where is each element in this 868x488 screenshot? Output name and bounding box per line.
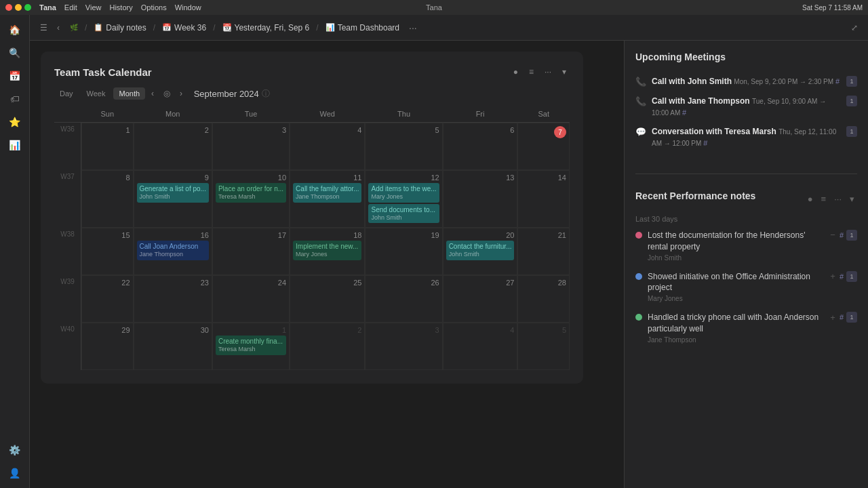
cal-cell-sep30[interactable]: 30 — [134, 323, 212, 370]
cal-cell-sep26[interactable]: 26 — [365, 275, 442, 323]
perf-hash-2[interactable]: # — [840, 272, 844, 281]
meeting-hash-3[interactable]: # — [703, 139, 707, 147]
sidebar-toggle-button[interactable]: ☰ — [37, 21, 51, 35]
cal-cell-sep27[interactable]: 27 — [443, 275, 518, 323]
cal-cell-sep8[interactable]: 8 — [81, 170, 134, 228]
event-contact-furniture[interactable]: Contact the furnitur... John Smith — [446, 241, 515, 260]
cal-cell-oct2[interactable]: 2 — [290, 323, 365, 370]
toolbar-more-button[interactable]: ··· — [409, 22, 417, 33]
cal-cell-sep19[interactable]: 19 — [365, 228, 442, 275]
perf-plus-btn-3[interactable]: + — [829, 312, 837, 323]
menu-options[interactable]: Options — [141, 3, 167, 12]
cal-cell-sep9[interactable]: 9 Generate a list of po... John Smith — [134, 170, 212, 228]
cal-cell-sep11[interactable]: 11 Call the family attor... Jane Thompso… — [290, 170, 365, 228]
perf-list-btn[interactable]: ≡ — [818, 192, 829, 205]
nav-back-button[interactable]: ‹ — [54, 21, 63, 35]
sidebar-search-icon[interactable]: 🔍 — [5, 43, 24, 62]
calendar-list-btn[interactable]: ≡ — [526, 65, 537, 79]
breadcrumb-team-dashboard[interactable]: 📊 Team Dashboard — [321, 22, 403, 34]
view-week-btn[interactable]: Week — [81, 87, 111, 100]
breadcrumb-team-dashboard-label: Team Dashboard — [338, 23, 399, 33]
perf-minus-btn-1[interactable]: − — [829, 230, 837, 240]
cal-cell-sep16[interactable]: 16 Call Joan Anderson Jane Thompson — [134, 228, 212, 275]
sidebar-chart-icon[interactable]: 📊 — [5, 136, 24, 155]
perf-dot-btn[interactable]: ● — [805, 192, 816, 205]
event-send-docs[interactable]: Send documents to... John Smith — [368, 204, 439, 224]
perf-hash-3[interactable]: # — [840, 313, 844, 321]
cal-cell-oct1[interactable]: 1 Create monthly fina... Teresa Marsh — [212, 323, 290, 370]
meeting-title-1: Call with John Smith Mon, Sep 9, 2:00 PM… — [652, 76, 841, 87]
event-generate-list[interactable]: Generate a list of po... John Smith — [137, 183, 209, 203]
menu-window[interactable]: Window — [175, 3, 201, 12]
perf-more-btn[interactable]: ··· — [831, 192, 844, 205]
calendar-today-btn[interactable]: ◎ — [160, 87, 174, 100]
meeting-hash-2[interactable]: # — [682, 108, 686, 117]
perf-item-3: Handled a tricky phone call with Joan An… — [635, 312, 857, 344]
perf-dot-1 — [635, 232, 642, 239]
cal-cell-sep15[interactable]: 15 — [81, 228, 134, 275]
calendar-next-btn[interactable]: › — [176, 87, 186, 100]
calendar-prev-btn[interactable]: ‹ — [148, 87, 157, 100]
event-implement-new[interactable]: Implement the new... Mary Jones — [293, 241, 361, 260]
calendar-more-btn[interactable]: ··· — [541, 65, 555, 79]
mac-time: Sat Sep 7 11:58 AM — [802, 4, 863, 12]
event-create-monthly[interactable]: Create monthly fina... Teresa Marsh — [216, 336, 286, 355]
cal-cell-sep25[interactable]: 25 — [290, 275, 365, 323]
cal-cell-sep7-today[interactable]: 7 — [517, 123, 570, 170]
cal-cell-oct3[interactable]: 3 — [365, 323, 442, 370]
sidebar-calendar-icon[interactable]: 📅 — [5, 66, 24, 85]
cal-cell-oct5[interactable]: 5 — [517, 323, 570, 370]
sidebar-home-icon[interactable]: 🏠 — [5, 20, 24, 39]
cal-cell-sep12[interactable]: 12 Add items to the we... Mary Jones Sen… — [365, 170, 442, 228]
view-day-btn[interactable]: Day — [54, 87, 79, 100]
meeting-hash-1[interactable]: # — [835, 77, 840, 85]
cal-cell-sep20[interactable]: 20 Contact the furnitur... John Smith — [443, 228, 518, 275]
cal-cell-sep5[interactable]: 5 — [365, 123, 442, 170]
mac-traffic-lights[interactable] — [5, 4, 31, 11]
sidebar-tag-icon[interactable]: 🏷 — [5, 89, 24, 108]
breadcrumb-daily-notes[interactable]: 📋 Daily notes — [90, 22, 150, 34]
menu-edit[interactable]: Edit — [64, 3, 77, 12]
sidebar-settings-icon[interactable]: ⚙️ — [5, 441, 24, 460]
daily-notes-icon: 📋 — [94, 23, 103, 32]
event-place-order[interactable]: Place an order for n... Teresa Marsh — [216, 183, 286, 203]
perf-hash-1[interactable]: # — [840, 231, 844, 239]
cal-cell-sep4[interactable]: 4 — [290, 123, 365, 170]
perf-plus-btn-2[interactable]: + — [829, 271, 837, 281]
cal-cell-sep28[interactable]: 28 — [517, 275, 570, 323]
cal-cell-sep22[interactable]: 22 — [81, 275, 134, 323]
cal-cell-oct4[interactable]: 4 — [443, 323, 518, 370]
calendar-collapse-btn[interactable]: ▾ — [559, 65, 570, 79]
breadcrumb-yesterday-label: Yesterday, Fri, Sep 6 — [235, 23, 310, 33]
event-add-items[interactable]: Add items to the we... Mary Jones — [368, 183, 439, 203]
event-call-joan[interactable]: Call Joan Anderson Jane Thompson — [137, 241, 209, 260]
cal-cell-sep10[interactable]: 10 Place an order for n... Teresa Marsh — [212, 170, 290, 228]
cal-cell-sep1[interactable]: 1 — [81, 123, 134, 170]
perf-dot-2 — [635, 273, 642, 280]
calendar-info-icon[interactable]: ⓘ — [262, 88, 270, 100]
cal-cell-sep13[interactable]: 13 — [443, 170, 518, 228]
cal-cell-sep29[interactable]: 29 — [81, 323, 134, 370]
cal-cell-sep14[interactable]: 14 — [517, 170, 570, 228]
cal-cell-sep17[interactable]: 17 — [212, 228, 290, 275]
perf-collapse-btn[interactable]: ▾ — [847, 192, 857, 205]
cal-cell-sep2[interactable]: 2 — [134, 123, 212, 170]
cal-cell-sep18[interactable]: 18 Implement the new... Mary Jones — [290, 228, 365, 275]
sidebar-user-icon[interactable]: 👤 — [5, 464, 24, 483]
cal-cell-sep23[interactable]: 23 — [134, 275, 212, 323]
expand-button[interactable]: ⤢ — [848, 21, 861, 35]
cal-cell-sep21[interactable]: 21 — [517, 228, 570, 275]
cal-cell-sep6[interactable]: 6 — [443, 123, 518, 170]
breadcrumb-week36[interactable]: 📅 Week 36 — [158, 22, 210, 34]
menu-view[interactable]: View — [85, 3, 102, 12]
cal-cell-sep24[interactable]: 24 — [212, 275, 290, 323]
breadcrumb-yesterday[interactable]: 📆 Yesterday, Fri, Sep 6 — [218, 22, 314, 34]
event-call-family[interactable]: Call the family attor... Jane Thompson — [293, 183, 361, 203]
menu-history[interactable]: History — [109, 3, 132, 12]
cal-cell-sep3[interactable]: 3 — [212, 123, 290, 170]
week36-icon: 📅 — [162, 23, 172, 32]
sidebar-star-icon[interactable]: ⭐ — [5, 113, 24, 131]
breadcrumb-tana-logo[interactable]: 🌿 — [66, 22, 82, 33]
calendar-dot-btn[interactable]: ● — [510, 65, 521, 79]
view-month-btn[interactable]: Month — [113, 87, 145, 100]
